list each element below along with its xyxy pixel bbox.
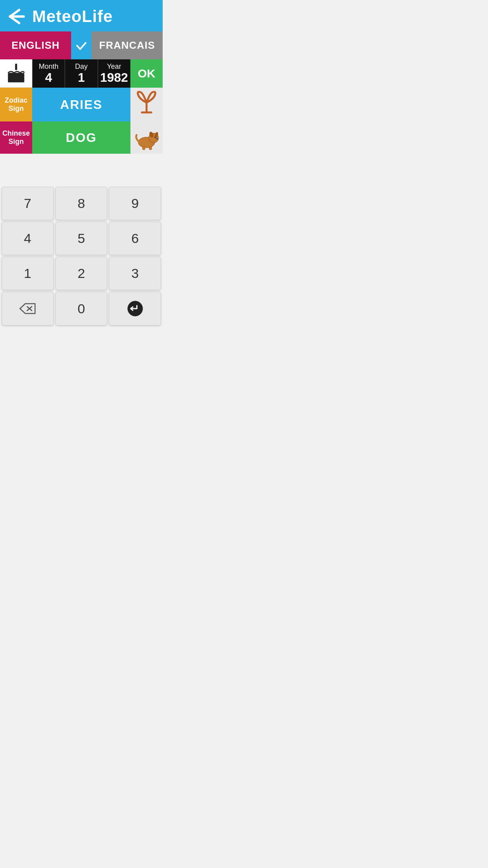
num-6-button[interactable]: 6: [109, 222, 161, 255]
num-9-button[interactable]: 9: [109, 187, 161, 220]
zodiac-value-cell: ARIES: [32, 88, 130, 121]
ok-label: OK: [138, 67, 155, 80]
dog-icon-cell: [130, 121, 163, 154]
francais-label: FRANCAIS: [99, 39, 155, 51]
english-label: ENGLISH: [11, 39, 60, 51]
zodiac-row: ZodiacSign ARIES: [0, 88, 163, 121]
month-value: 4: [45, 71, 52, 85]
chinese-row: ChineseSign DOG: [0, 121, 163, 154]
dog-icon: [134, 125, 160, 151]
year-cell[interactable]: Year 1982: [98, 59, 130, 88]
month-cell[interactable]: Month 4: [32, 59, 65, 88]
num-3-button[interactable]: 3: [109, 257, 161, 290]
svg-rect-11: [149, 146, 152, 150]
numpad: 789456123 0: [0, 185, 163, 327]
zodiac-value: ARIES: [60, 97, 103, 112]
aries-icon: [135, 91, 158, 118]
language-row: ENGLISH FRANCAIS: [0, 31, 163, 59]
zodiac-label: ZodiacSign: [5, 96, 28, 113]
month-label: Month: [39, 63, 59, 71]
num-7-button[interactable]: 7: [2, 187, 54, 220]
ok-button[interactable]: OK: [130, 59, 163, 88]
svg-point-10: [156, 138, 158, 140]
num-1-button[interactable]: 1: [2, 257, 54, 290]
cake-icon: [6, 63, 26, 84]
app-title: MeteoLife: [32, 7, 113, 26]
francais-button[interactable]: FRANCAIS: [92, 31, 163, 59]
chinese-label: ChineseSign: [2, 129, 30, 146]
day-cell[interactable]: Day 1: [65, 59, 97, 88]
num-4-button[interactable]: 4: [2, 222, 54, 255]
chinese-value: DOG: [66, 131, 97, 145]
check-indicator: [71, 31, 92, 59]
english-button[interactable]: ENGLISH: [0, 31, 71, 59]
num-2-button[interactable]: 2: [55, 257, 108, 290]
num-5-button[interactable]: 5: [55, 222, 108, 255]
svg-rect-12: [143, 146, 145, 150]
birthday-row: Month 4 Day 1 Year 1982 OK: [0, 59, 163, 88]
svg-point-9: [154, 136, 156, 138]
back-button[interactable]: [6, 8, 27, 25]
chinese-value-cell: DOG: [32, 121, 130, 154]
birthday-icon-cell: [0, 59, 32, 88]
year-label: Year: [107, 63, 121, 71]
year-value: 1982: [100, 71, 128, 85]
aries-icon-cell: [130, 88, 163, 121]
num-0-button[interactable]: 0: [55, 292, 108, 326]
num-8-button[interactable]: 8: [55, 187, 108, 220]
enter-button[interactable]: [109, 292, 161, 326]
svg-rect-3: [8, 80, 24, 82]
day-label: Day: [75, 63, 88, 71]
day-value: 1: [78, 71, 85, 85]
backspace-button[interactable]: [2, 292, 54, 326]
spacer: [0, 154, 163, 185]
zodiac-label-cell: ZodiacSign: [0, 88, 32, 121]
header: MeteoLife: [0, 0, 163, 31]
svg-point-1: [15, 63, 17, 66]
chinese-label-cell: ChineseSign: [0, 121, 32, 154]
